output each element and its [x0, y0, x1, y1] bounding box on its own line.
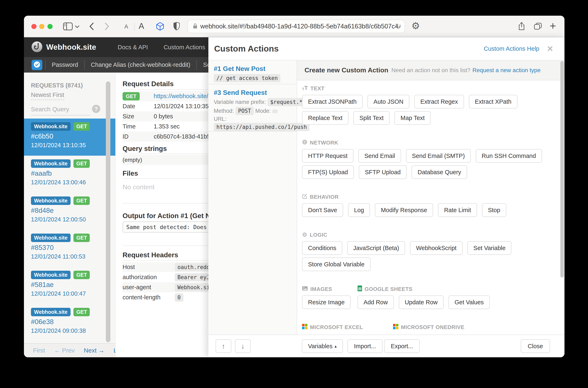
get-values-button[interactable]: Get Values [449, 295, 490, 309]
move-up-button[interactable]: ↑ [216, 339, 231, 353]
import-button[interactable]: Import... [347, 339, 383, 353]
export-button[interactable]: Export... [384, 339, 420, 353]
custom-actions-help-link[interactable]: Custom Actions Help [484, 45, 539, 52]
http-request-button[interactable]: HTTP Request [302, 149, 354, 163]
action-item-3[interactable]: #3 Send Request Variable name prefix: $r… [208, 84, 297, 132]
url-label: URL: [214, 116, 227, 122]
share-icon[interactable] [518, 22, 525, 30]
subnav-item-password[interactable]: Password [46, 61, 84, 68]
chevron-down-icon[interactable] [75, 25, 79, 28]
search-input[interactable] [31, 103, 90, 116]
nav-link-custom-actions[interactable]: Custom Actions [164, 44, 205, 51]
replace-text-button[interactable]: Replace Text [302, 111, 349, 125]
extract-xpath-button[interactable]: Extract XPath [469, 95, 517, 108]
webhookscript-button[interactable]: WebhookScript [410, 241, 462, 255]
add-row-button[interactable]: Add Row [358, 295, 394, 309]
send-email-smtp-button[interactable]: Send Email (SMTP) [406, 149, 471, 163]
pagination-first[interactable]: First [33, 347, 45, 354]
map-text-button[interactable]: Map Text [394, 111, 431, 125]
request-badges: Webhook.siteGET [31, 234, 115, 242]
request-list: Webhook.siteGET#c6b5012/01/2024 13:10:35… [24, 119, 115, 341]
run-ssh-command-button[interactable]: Run SSH Command [476, 149, 542, 163]
close-window-button[interactable] [31, 24, 37, 29]
sidebar-scrollbar[interactable] [106, 81, 110, 342]
request-list-item[interactable]: Webhook.siteGET#aaafb12/01/2024 13:00:46 [24, 156, 115, 193]
method-badge: GET [123, 92, 140, 100]
ftp-s-upload-button[interactable]: FTP(S) Upload [302, 165, 354, 179]
text-larger-icon[interactable]: A [139, 22, 144, 31]
request-list-item[interactable]: Webhook.siteGET#581ae12/01/2024 10:00:47 [24, 267, 115, 304]
sort-dropdown[interactable]: Newest First [31, 92, 64, 100]
extract-jsonpath-button[interactable]: Extract JSONPath [302, 95, 362, 108]
database-query-button[interactable]: Database Query [411, 165, 467, 179]
store-global-variable-button[interactable]: Store Global Variable [302, 258, 371, 271]
variables-button[interactable]: Variables▴ [302, 339, 343, 353]
brand[interactable]: Webhook.site [31, 41, 96, 53]
subnav-item-change-alias-check-webhook-reddit[interactable]: Change Alias (check-webhook-reddit) [85, 61, 196, 68]
nav-link-docs-api[interactable]: Docs & API [118, 44, 148, 51]
request-url-link[interactable]: https://webhook.site/b [154, 93, 212, 99]
pagination-next[interactable]: Next → [84, 347, 104, 354]
move-down-button[interactable]: ↓ [235, 339, 251, 353]
shield-icon[interactable] [173, 22, 180, 30]
url-field[interactable]: webhook.site/#!/bab49480-1a9d-4120-88b5-… [188, 20, 405, 33]
update-row-button[interactable]: Update Row [399, 295, 444, 309]
request-badges: Webhook.siteGET [31, 308, 115, 316]
verified-check-button[interactable] [32, 60, 42, 70]
request-list-item[interactable]: Webhook.siteGET#8d48e12/01/2024 12:00:50 [24, 193, 115, 230]
request-hash[interactable]: #c6b50 [31, 132, 115, 140]
request-hash[interactable]: #aaafb [31, 170, 115, 177]
stop-button[interactable]: Stop [482, 203, 506, 217]
close-icon[interactable]: × [547, 44, 553, 54]
conditions-button[interactable]: Conditions [302, 241, 342, 255]
sftp-upload-button[interactable]: SFTP Upload [359, 165, 407, 179]
request-list-item[interactable]: Webhook.siteGET#c6b5012/01/2024 13:10:35 [24, 119, 115, 156]
settings-gear-icon[interactable]: ⚙ [411, 20, 420, 31]
request-hash[interactable]: #06e38 [31, 318, 115, 326]
header-name: content-length [123, 294, 175, 301]
javascript-beta-button[interactable]: JavaScript (Beta) [347, 241, 405, 255]
extension-cube-icon[interactable] [155, 22, 165, 31]
request-hash[interactable]: #581ae [31, 281, 115, 289]
don-t-save-button[interactable]: Don't Save [302, 203, 343, 217]
pagination-prev[interactable]: ← Prev [54, 347, 75, 354]
request-list-item[interactable]: Webhook.siteGET#8537012/01/2024 11:00:53 [24, 230, 115, 267]
gear-icon: ⚙ [302, 232, 307, 238]
zoom-window-button[interactable] [48, 24, 52, 29]
window-scrollbar[interactable] [560, 61, 564, 277]
request-hash[interactable]: #85370 [31, 244, 115, 251]
search-help-icon[interactable]: ? [92, 105, 100, 113]
microsoft-excel-label: MICROSOFT EXCEL [310, 324, 363, 331]
request-list-item[interactable]: Webhook.siteGET#06e3812/01/2024 09:00:38 [24, 304, 115, 341]
rate-limit-button[interactable]: Rate Limit [438, 203, 477, 217]
set-variable-button[interactable]: Set Variable [467, 241, 512, 255]
send-email-button[interactable]: Send Email [358, 149, 401, 163]
back-icon[interactable] [89, 23, 94, 30]
request-date: 12/01/2024 12:00:50 [31, 216, 115, 223]
extract-regex-button[interactable]: Extract Regex [414, 95, 464, 108]
auto-json-button[interactable]: Auto JSON [367, 95, 409, 108]
resize-image-button[interactable]: Resize Image [302, 295, 351, 309]
sidebar-toggle-icon[interactable] [63, 23, 73, 30]
files-empty-text: No content [123, 183, 154, 191]
reload-icon[interactable]: ↻ [395, 22, 401, 31]
action-1-title[interactable]: #1 Get New Post [214, 65, 291, 73]
log-button[interactable]: Log [348, 203, 370, 217]
action-item-1[interactable]: #1 Get New Post // get access token [208, 60, 297, 84]
text-smaller-icon[interactable]: A [124, 24, 128, 30]
minimize-window-button[interactable] [39, 24, 44, 29]
create-action-panel: Create new Custom Action Need an action … [297, 60, 564, 335]
modify-response-button[interactable]: Modify Response [375, 203, 433, 217]
action-3-title[interactable]: #3 Send Request [214, 89, 291, 97]
request-hash[interactable]: #8d48e [31, 207, 115, 214]
close-button[interactable]: Close [521, 339, 550, 353]
google-sheets-section: GOOGLE SHEETS Add RowUpdate RowGet Value… [358, 286, 490, 309]
forward-icon[interactable] [104, 23, 109, 30]
section-behavior: BEHAVIORDon't SaveLogModify ResponseRate… [302, 194, 564, 217]
tab-overview-icon[interactable] [534, 23, 542, 30]
button-row: FTP(S) UploadSFTP UploadDatabase Query [302, 165, 564, 179]
request-action-type-link[interactable]: Request a new action type [472, 67, 540, 73]
new-tab-icon[interactable]: + [550, 19, 556, 32]
browser-window: A A webhook.site/#!/bab49480-1a9d-4120-8… [24, 16, 564, 357]
split-text-button[interactable]: Split Text [354, 111, 389, 125]
